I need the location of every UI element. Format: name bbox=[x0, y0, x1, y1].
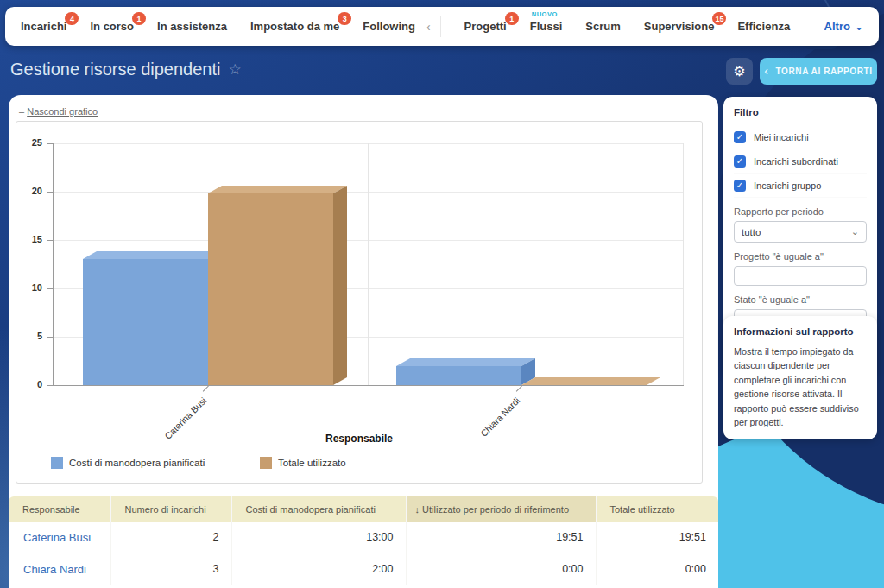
column-header-numero-di-incarichi[interactable]: Numero di incarichi bbox=[110, 496, 231, 522]
x-axis-line bbox=[53, 385, 684, 386]
chart-x-axis-title: Responsabile bbox=[16, 433, 702, 445]
chevron-down-icon: ⌄ bbox=[855, 21, 863, 33]
checkbox-label: Incarichi gruppo bbox=[754, 180, 821, 191]
nav-item-impostato-da-me[interactable]: Impostato da me3 bbox=[250, 20, 339, 33]
nav-item-altro[interactable]: Altro⌄ bbox=[824, 20, 863, 33]
hide-chart-link[interactable]: – Nascondi grafico bbox=[19, 106, 98, 117]
nav-item-following[interactable]: Following bbox=[363, 20, 415, 33]
project-label: Progetto "è uguale a" bbox=[734, 251, 867, 262]
column-header-responsabile[interactable]: Responsabile bbox=[9, 496, 110, 522]
nav-item-in-corso[interactable]: In corso1 bbox=[90, 20, 134, 33]
plot-right-border bbox=[683, 143, 684, 385]
nav-item-progetti[interactable]: Progetti1 bbox=[464, 20, 507, 33]
notification-badge: 1 bbox=[505, 12, 519, 25]
report-info-body: Mostra il tempo impiegato da ciascun dip… bbox=[734, 345, 867, 429]
top-navigation-bar: Incarichi4In corso1In assistenzaImpostat… bbox=[5, 7, 879, 46]
cell-totale-utilizzato: 0:00 bbox=[596, 553, 718, 585]
gridline-vertical bbox=[368, 143, 369, 385]
notification-badge: 3 bbox=[338, 12, 351, 25]
y-axis-tick-label: 10 bbox=[13, 282, 42, 293]
back-to-reports-label: TORNA AI RAPPORTI bbox=[776, 66, 873, 76]
nav-divider bbox=[440, 16, 441, 37]
favorite-star-icon[interactable]: ☆ bbox=[228, 60, 241, 79]
period-select-value: tutto bbox=[742, 227, 761, 237]
main-content-panel: – Nascondi grafico 0510152025Caterina Bu… bbox=[9, 95, 718, 588]
checkbox-label: Incarichi subordinati bbox=[754, 156, 838, 167]
period-select[interactable]: tutto ⌄ bbox=[734, 221, 867, 243]
filter-checkbox-row: ✓Miei incarichi bbox=[734, 125, 867, 149]
chart-card: 0510152025Caterina BusiChiara Nardi Resp… bbox=[16, 121, 703, 484]
nav-item-label: In assistenza bbox=[157, 20, 227, 33]
y-axis-line bbox=[53, 143, 54, 386]
chart-legend: Costi di manodopera pianificatiTotale ut… bbox=[16, 457, 702, 472]
hide-chart-prefix: – bbox=[19, 106, 24, 117]
settings-button[interactable]: ⚙ bbox=[726, 58, 753, 85]
responsabile-link[interactable]: Chiara Nardi bbox=[23, 563, 86, 576]
state-label: Stato "è uguale a" bbox=[734, 294, 867, 305]
checkbox-incarichi-gruppo[interactable]: ✓ bbox=[734, 180, 746, 192]
bar-totale-utilizzato-chiara-nardi[interactable] bbox=[521, 377, 660, 385]
legend-swatch bbox=[51, 457, 63, 469]
nav-item-efficienza[interactable]: Efficienza bbox=[737, 20, 790, 33]
chevron-left-icon: ‹ bbox=[764, 64, 768, 78]
notification-badge: 15 bbox=[712, 12, 726, 25]
nav-item-incarichi[interactable]: Incarichi4 bbox=[21, 20, 66, 33]
report-table: ResponsabileNumero di incarichiCosti di … bbox=[9, 496, 718, 585]
legend-label: Costi di manodopera pianificati bbox=[69, 458, 205, 468]
column-header-costi-di-manodopera-pianificati[interactable]: Costi di manodopera pianificati bbox=[231, 496, 406, 522]
legend-label: Totale utilizzato bbox=[278, 458, 346, 468]
bar-front-face bbox=[396, 366, 521, 385]
nav-item-label: Scrum bbox=[585, 20, 620, 33]
cell-numero-di-incarichi: 3 bbox=[110, 553, 231, 585]
bar-top-face bbox=[521, 377, 660, 385]
nav-item-label: Efficienza bbox=[737, 20, 790, 33]
back-to-reports-button[interactable]: ‹ TORNA AI RAPPORTI bbox=[760, 58, 877, 85]
column-header-utilizzato-per-periodo-di-riferimento[interactable]: ↓ Utilizzato per periodo di riferimento bbox=[406, 496, 596, 522]
nav-item-label: Impostato da me bbox=[250, 20, 339, 33]
checkbox-incarichi-subordinati[interactable]: ✓ bbox=[734, 155, 746, 168]
hide-chart-label: Nascondi grafico bbox=[27, 106, 98, 117]
nav-item-in-assistenza[interactable]: In assistenza bbox=[157, 20, 227, 33]
checkbox-miei-incarichi[interactable]: ✓ bbox=[734, 131, 746, 143]
column-header-totale-utilizzato[interactable]: Totale utilizzato bbox=[596, 496, 718, 522]
cell-utilizzato-per-periodo-di-riferimento: 0:00 bbox=[406, 553, 596, 585]
page-title-text: Gestione risorse dipendenti bbox=[10, 60, 220, 79]
cell-responsabile: Caterina Busi bbox=[9, 522, 110, 553]
chevron-down-icon: ⌄ bbox=[851, 226, 859, 237]
report-info-title: Informazioni sul rapporto bbox=[734, 326, 867, 337]
notification-badge: 1 bbox=[132, 12, 146, 25]
x-axis-tick bbox=[203, 386, 209, 392]
responsabile-link[interactable]: Caterina Busi bbox=[23, 531, 91, 544]
cell-totale-utilizzato: 19:51 bbox=[596, 522, 718, 553]
table-header-row: ResponsabileNumero di incarichiCosti di … bbox=[9, 496, 718, 522]
nav-item-label: Altro bbox=[824, 20, 850, 33]
cell-costi-di-manodopera-pianificati: 2:00 bbox=[231, 553, 406, 585]
nav-item-label: Following bbox=[363, 20, 415, 33]
nav-item-label: Incarichi bbox=[21, 20, 66, 33]
y-axis-tick-label: 5 bbox=[13, 331, 42, 341]
notification-badge: 4 bbox=[65, 12, 79, 25]
bar-totale-utilizzato-caterina-busi[interactable] bbox=[208, 186, 347, 385]
bar-costi-di-manodopera-pianificati-caterina-busi[interactable] bbox=[83, 251, 222, 385]
page-title: Gestione risorse dipendenti ☆ bbox=[10, 60, 242, 79]
bar-front-face bbox=[208, 193, 333, 385]
bar-front-face bbox=[83, 259, 208, 385]
nav-scroll-chevron-icon[interactable]: ‹ bbox=[426, 20, 431, 34]
legend-item-costi-di-manodopera-pianificati[interactable]: Costi di manodopera pianificati bbox=[51, 457, 205, 469]
nav-item-scrum[interactable]: Scrum bbox=[585, 20, 620, 33]
nav-item-supervisione[interactable]: Supervisione15 bbox=[644, 20, 715, 33]
legend-swatch bbox=[260, 457, 272, 469]
filter-title: Filtro bbox=[734, 107, 867, 117]
period-label: Rapporto per periodo bbox=[734, 206, 867, 217]
nav-item-flussi[interactable]: nuovoFlussi bbox=[530, 20, 563, 33]
legend-item-totale-utilizzato[interactable]: Totale utilizzato bbox=[260, 457, 346, 469]
cell-numero-di-incarichi: 2 bbox=[110, 522, 231, 553]
cell-utilizzato-per-periodo-di-riferimento: 19:51 bbox=[406, 522, 596, 553]
bar-chart-plot: 0510152025Caterina BusiChiara Nardi bbox=[53, 143, 683, 385]
nav-item-label: Progetti bbox=[464, 20, 507, 33]
project-input[interactable] bbox=[734, 266, 867, 286]
gear-icon: ⚙ bbox=[733, 63, 745, 79]
y-axis-tick-label: 15 bbox=[13, 234, 42, 244]
bar-costi-di-manodopera-pianificati-chiara-nardi[interactable] bbox=[396, 358, 535, 385]
cell-responsabile: Chiara Nardi bbox=[9, 553, 110, 585]
